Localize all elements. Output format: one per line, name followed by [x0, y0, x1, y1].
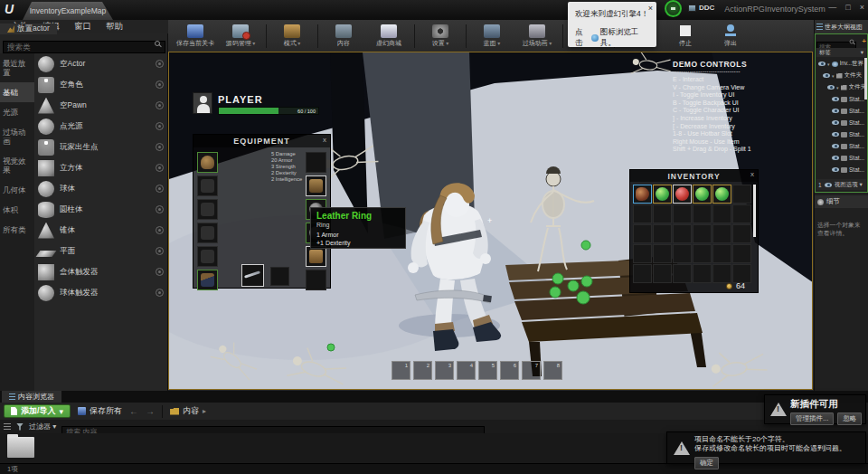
toolbar-eject-button[interactable]: 弹出	[709, 21, 752, 51]
forward-button[interactable]: →	[146, 406, 155, 416]
visibility-eye-icon[interactable]	[832, 156, 839, 160]
visibility-eye-icon[interactable]	[832, 167, 839, 172]
category-item[interactable]: 体积	[0, 200, 34, 220]
drag-handle-icon[interactable]	[156, 289, 164, 297]
list-view-icon[interactable]	[4, 423, 11, 431]
place-actors-tab[interactable]: 放置actor	[0, 24, 57, 34]
drag-handle-icon[interactable]	[156, 143, 164, 151]
equipment-slot-shield[interactable]	[270, 267, 289, 286]
place-actors-search-input[interactable]	[3, 41, 165, 53]
equipment-slot-belt[interactable]	[197, 246, 218, 267]
toolbar-settings-button[interactable]: 设置 ▾	[419, 21, 462, 51]
drag-handle-icon[interactable]	[156, 122, 164, 130]
hotbar-slot-6[interactable]: 6	[500, 361, 519, 380]
visibility-eye-icon[interactable]	[818, 62, 826, 66]
place-actor-item[interactable]: 球体触发器	[34, 282, 167, 303]
details-tab[interactable]: 细节	[815, 195, 868, 208]
inventory-slot[interactable]	[673, 185, 692, 204]
drag-handle-icon[interactable]	[156, 268, 164, 276]
expand-arrow-icon[interactable]: ▾	[827, 62, 830, 67]
outliner-row[interactable]: ▾Inv...世界	[816, 58, 866, 70]
place-actor-item[interactable]: 玩家出生点	[34, 137, 167, 157]
inventory-slot[interactable]	[633, 204, 652, 223]
equipment-close-icon[interactable]: x	[323, 136, 326, 144]
inventory-slot[interactable]	[653, 185, 672, 204]
equipment-slot-shoulder[interactable]	[197, 175, 218, 196]
menu-item[interactable]: 窗口	[67, 21, 99, 33]
toolbar-blueprints-button[interactable]: 蓝图 ▾	[470, 21, 514, 51]
equipment-slot-sword[interactable]	[241, 264, 264, 287]
add-import-button[interactable]: 添加/导入 ▾	[4, 404, 71, 418]
equipment-slot-trophy[interactable]	[306, 270, 326, 290]
menu-item[interactable]: 帮助	[99, 21, 130, 33]
toolbar-marketplace-button[interactable]: 虚幻商城	[367, 21, 410, 51]
hotbar-slot-4[interactable]: 4	[457, 361, 476, 380]
inventory-slot[interactable]	[673, 244, 692, 263]
hotbar-slot-7[interactable]: 7	[522, 361, 541, 380]
toolbar-source-control-button[interactable]: 源码管理 ▾	[219, 21, 262, 51]
save-all-button[interactable]: 保存所有	[78, 405, 122, 417]
inventory-slot[interactable]	[673, 224, 692, 243]
inventory-slot[interactable]	[732, 244, 751, 263]
place-actor-item[interactable]: 圆柱体	[34, 199, 167, 220]
place-actor-item[interactable]: 锥体	[34, 220, 167, 241]
place-actor-item[interactable]: 空Actor	[34, 53, 167, 74]
expand-arrow-icon[interactable]: ▾	[836, 85, 839, 90]
place-actor-item[interactable]: 球体	[34, 178, 167, 199]
equipment-slot-backpack[interactable]	[306, 175, 326, 196]
drag-handle-icon[interactable]	[156, 101, 164, 109]
inventory-slot[interactable]	[653, 244, 672, 263]
inventory-close-icon[interactable]: x	[750, 170, 754, 178]
category-item[interactable]: 视觉效果	[0, 151, 34, 180]
inventory-slot[interactable]	[693, 204, 712, 223]
place-actor-item[interactable]: 盒体触发器	[34, 261, 167, 282]
toolbar-save-button[interactable]: 保存当前关卡	[174, 21, 217, 51]
inventory-slot[interactable]	[712, 204, 731, 223]
drag-handle-icon[interactable]	[156, 205, 164, 213]
hotbar-slot-2[interactable]: 2	[413, 361, 432, 380]
inventory-slot[interactable]	[712, 244, 731, 263]
level-tab[interactable]: InventoryExampleMap	[23, 2, 113, 20]
inventory-slot[interactable]	[653, 224, 672, 243]
drag-handle-icon[interactable]	[156, 164, 164, 172]
visibility-eye-icon[interactable]	[823, 73, 830, 78]
expand-arrow-icon[interactable]: ▾	[832, 73, 835, 79]
outliner-row[interactable]: Stat...	[816, 117, 866, 128]
drag-handle-icon[interactable]	[156, 247, 164, 255]
close-button[interactable]: ×	[860, 3, 864, 12]
inventory-slot[interactable]	[712, 224, 731, 243]
drag-handle-icon[interactable]	[156, 60, 164, 68]
toolbar-modes-button[interactable]: 模式 ▾	[270, 21, 314, 51]
dismiss-button[interactable]: 忽略	[837, 412, 862, 425]
inventory-slot[interactable]	[673, 204, 692, 223]
equipment-slot-bracers[interactable]	[306, 246, 326, 267]
hotbar-slot-1[interactable]: 1	[392, 361, 410, 380]
inventory-slot[interactable]	[693, 244, 712, 263]
visibility-eye-icon[interactable]	[832, 144, 839, 148]
outliner-row[interactable]: Stat...	[816, 128, 866, 140]
outliner-row[interactable]: Stat...	[816, 164, 866, 175]
inventory-slot[interactable]	[712, 185, 731, 204]
hotbar-slot-5[interactable]: 5	[478, 361, 497, 380]
category-item[interactable]: 几何体	[0, 180, 34, 200]
place-actor-item[interactable]: 立方体	[34, 157, 167, 178]
inventory-scrollbar[interactable]	[753, 185, 756, 237]
inventory-slot[interactable]	[732, 204, 751, 223]
outliner-row[interactable]: ▾文件夹	[816, 81, 866, 93]
place-actor-item[interactable]: 空Pawn	[34, 95, 167, 116]
category-item[interactable]: 基础	[0, 82, 34, 102]
category-item[interactable]: 过场动画	[0, 122, 34, 151]
inventory-slot[interactable]	[653, 204, 672, 223]
tutorial-icon[interactable]	[665, 0, 682, 17]
toolbar-cinematics-button[interactable]: 过场动画 ▾	[515, 21, 559, 51]
toolbar-stop-button[interactable]: 停止	[664, 21, 707, 51]
breadcrumb[interactable]: 内容 ▸	[170, 405, 206, 417]
manage-plugins-button[interactable]: 管理插件...	[790, 412, 834, 425]
equipment-slot-helmet[interactable]	[197, 152, 218, 173]
folder-item[interactable]	[7, 437, 34, 458]
toolbar-content-button[interactable]: 内容	[322, 21, 365, 51]
equipment-slot-cloak[interactable]	[306, 152, 326, 173]
outliner-row[interactable]: ▾文件夹	[816, 70, 866, 81]
visibility-eye-icon[interactable]	[832, 97, 839, 101]
inventory-slot[interactable]	[732, 224, 751, 243]
